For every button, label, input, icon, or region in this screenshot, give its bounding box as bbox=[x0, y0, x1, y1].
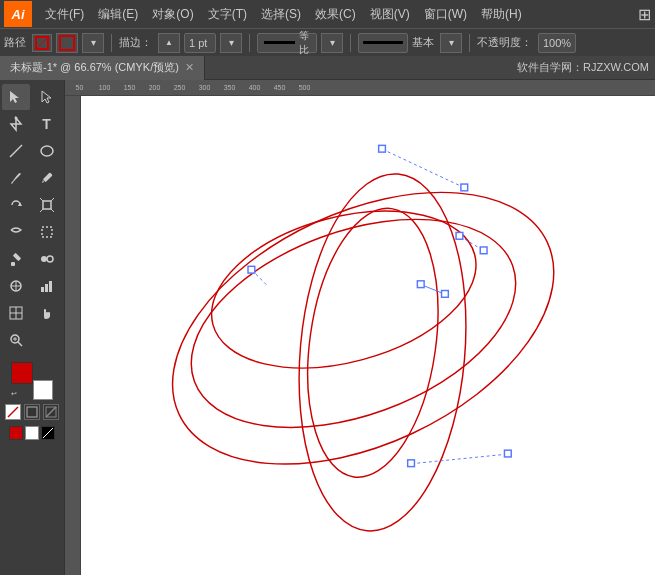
tab-close-btn[interactable]: ✕ bbox=[185, 61, 194, 74]
tab-bar: 未标题-1* @ 66.67% (CMYK/预览) ✕ 软件自学网：RJZXW.… bbox=[0, 56, 655, 80]
stroke-size-up[interactable]: ▲ bbox=[158, 33, 180, 53]
svg-point-2 bbox=[15, 117, 18, 120]
ruler-top: 50 100 150 200 250 300 350 400 450 500 bbox=[65, 80, 655, 96]
svg-rect-5 bbox=[42, 172, 52, 182]
tool-direct-select[interactable] bbox=[33, 84, 61, 110]
tool-hand[interactable] bbox=[33, 300, 61, 326]
menu-file[interactable]: 文件(F) bbox=[38, 4, 91, 25]
tool-graph[interactable] bbox=[33, 273, 61, 299]
ai-logo: Ai bbox=[4, 1, 32, 27]
workspace-switcher[interactable]: ⊞ bbox=[638, 5, 651, 24]
width-profile-dropdown[interactable]: ▾ bbox=[440, 33, 462, 53]
svg-rect-50 bbox=[248, 266, 255, 273]
stroke-preview-solid bbox=[264, 41, 295, 44]
main-area: T bbox=[0, 80, 655, 575]
svg-point-16 bbox=[41, 256, 47, 262]
svg-rect-44 bbox=[379, 145, 386, 152]
reset-color-icon[interactable]: ↩ bbox=[11, 390, 21, 400]
tool-mesh[interactable] bbox=[2, 300, 30, 326]
stroke-type-btn[interactable] bbox=[56, 33, 78, 53]
menu-bar: Ai 文件(F) 编辑(E) 对象(O) 文字(T) 选择(S) 效果(C) 视… bbox=[0, 0, 655, 28]
svg-point-17 bbox=[47, 256, 53, 262]
tool-pencil[interactable] bbox=[33, 165, 61, 191]
tool-select[interactable] bbox=[2, 84, 30, 110]
stroke-fill-row bbox=[5, 404, 59, 420]
svg-rect-52 bbox=[417, 281, 424, 288]
tab-title: 未标题-1* @ 66.67% (CMYK/预览) bbox=[10, 60, 179, 75]
svg-rect-56 bbox=[504, 450, 511, 457]
svg-line-1 bbox=[37, 38, 47, 48]
svg-rect-47 bbox=[456, 232, 463, 239]
stroke-size-label: 描边： bbox=[119, 35, 152, 50]
svg-rect-15 bbox=[11, 262, 15, 266]
tool-zoom[interactable] bbox=[2, 327, 30, 353]
stroke-unit-dropdown[interactable]: ▾ bbox=[220, 33, 242, 53]
document-tab[interactable]: 未标题-1* @ 66.67% (CMYK/预览) ✕ bbox=[0, 56, 205, 80]
tool-scale[interactable] bbox=[33, 192, 61, 218]
svg-rect-14 bbox=[13, 253, 21, 261]
sep1 bbox=[111, 34, 112, 52]
basic-label: 基本 bbox=[412, 35, 434, 50]
tool-rotate[interactable] bbox=[2, 192, 30, 218]
none-swatch[interactable] bbox=[41, 426, 55, 440]
foreground-color-swatch[interactable] bbox=[11, 362, 33, 384]
stroke-color-btn[interactable] bbox=[32, 34, 52, 52]
white-swatch[interactable] bbox=[25, 426, 39, 440]
svg-rect-53 bbox=[442, 291, 449, 298]
svg-rect-24 bbox=[49, 281, 52, 292]
drawing-area[interactable] bbox=[81, 96, 655, 575]
canvas-area: 50 100 150 200 250 300 350 400 450 500 bbox=[65, 80, 655, 575]
svg-rect-22 bbox=[41, 287, 44, 292]
tool-paintbrush[interactable] bbox=[2, 165, 30, 191]
svg-line-32 bbox=[8, 407, 18, 417]
svg-line-29 bbox=[18, 342, 22, 346]
stroke-dropdown[interactable]: ▾ bbox=[82, 33, 104, 53]
svg-rect-45 bbox=[461, 184, 468, 191]
stroke-width-profile[interactable] bbox=[358, 33, 408, 53]
svg-rect-23 bbox=[45, 284, 48, 292]
tool-blend[interactable] bbox=[33, 246, 61, 272]
sep2 bbox=[249, 34, 250, 52]
menu-window[interactable]: 窗口(W) bbox=[417, 4, 474, 25]
stroke-style-dropdown[interactable]: ▾ bbox=[321, 33, 343, 53]
svg-rect-37 bbox=[83, 96, 654, 575]
svg-line-34 bbox=[46, 407, 56, 417]
svg-rect-13 bbox=[42, 227, 52, 237]
left-toolbar: T bbox=[0, 80, 65, 575]
svg-rect-48 bbox=[480, 247, 487, 254]
menu-effect[interactable]: 效果(C) bbox=[308, 4, 363, 25]
menu-view[interactable]: 视图(V) bbox=[363, 4, 417, 25]
tool-line[interactable] bbox=[2, 138, 30, 164]
stroke-size-value[interactable]: 1 pt bbox=[184, 33, 216, 53]
none-indicator[interactable] bbox=[43, 404, 59, 420]
opacity-value[interactable]: 100% bbox=[538, 33, 576, 53]
tool-symbol[interactable] bbox=[2, 273, 30, 299]
menu-select[interactable]: 选择(S) bbox=[254, 4, 308, 25]
background-color-swatch[interactable] bbox=[33, 380, 53, 400]
tool-free-transform[interactable] bbox=[33, 219, 61, 245]
menu-edit[interactable]: 编辑(E) bbox=[91, 4, 145, 25]
menu-type[interactable]: 文字(T) bbox=[201, 4, 254, 25]
website-label: 软件自学网：RJZXW.COM bbox=[517, 60, 655, 75]
tool-type[interactable]: T bbox=[33, 111, 61, 137]
menu-object[interactable]: 对象(O) bbox=[145, 4, 200, 25]
tool-shape[interactable] bbox=[33, 138, 61, 164]
equal-label: 等比 bbox=[299, 29, 312, 57]
svg-line-9 bbox=[40, 198, 43, 201]
sep4 bbox=[469, 34, 470, 52]
svg-line-3 bbox=[10, 145, 22, 157]
ruler-left bbox=[65, 96, 81, 575]
fill-indicator[interactable] bbox=[5, 404, 21, 420]
tool-warp[interactable] bbox=[2, 219, 30, 245]
tool-eyedropper[interactable] bbox=[2, 246, 30, 272]
red-swatch[interactable] bbox=[9, 426, 23, 440]
stroke-style-solid[interactable]: 等比 bbox=[257, 33, 317, 53]
main-svg bbox=[81, 96, 655, 575]
menu-help[interactable]: 帮助(H) bbox=[474, 4, 529, 25]
quick-swatches bbox=[9, 426, 55, 440]
tool-pen[interactable] bbox=[2, 111, 30, 137]
stroke-basic-preview bbox=[363, 41, 403, 44]
svg-line-10 bbox=[51, 198, 54, 201]
svg-line-36 bbox=[43, 428, 53, 438]
stroke-indicator[interactable] bbox=[24, 404, 40, 420]
